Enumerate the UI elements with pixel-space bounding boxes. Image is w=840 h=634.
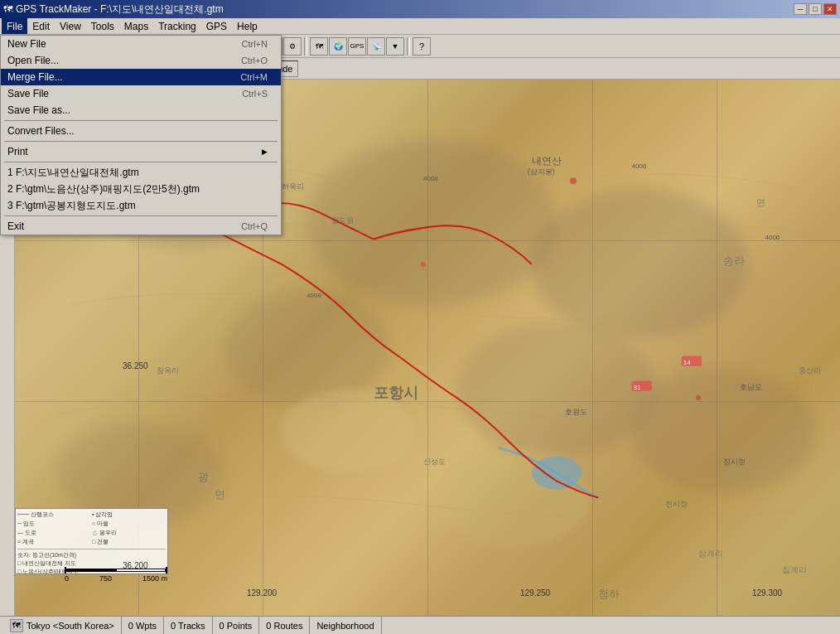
- menu-print[interactable]: Print: [1, 143, 281, 160]
- properties-button[interactable]: ⚙: [283, 37, 302, 56]
- menu-new-file[interactable]: New File Ctrl+N: [1, 36, 281, 52]
- status-waypoints: 0 Wpts: [122, 617, 164, 634]
- coord-lon-250: 129.250: [520, 588, 550, 598]
- menu-recent-2[interactable]: 2 F:\gtm\노음산(상주)매핑지도(2만5천).gtm: [1, 181, 281, 197]
- status-neighborhood: Neighborhood: [310, 617, 381, 634]
- minimize-button[interactable]: ─: [794, 3, 807, 15]
- menu-recent-3[interactable]: 3 F:\gtm\공봉지형도지도.gtm: [1, 197, 281, 214]
- svg-text:전시정: 전시정: [665, 500, 688, 508]
- svg-text:광: 광: [198, 471, 209, 483]
- menu-recent-1[interactable]: 1 F:\지도\내연산일대전체.gtm: [1, 164, 281, 181]
- menu-file[interactable]: File: [2, 18, 27, 34]
- menu-help[interactable]: Help: [232, 18, 263, 34]
- gps-status-icon: 🗺: [10, 619, 23, 632]
- svg-point-9: [532, 456, 582, 489]
- menu-view[interactable]: View: [55, 18, 86, 34]
- svg-text:4008: 4008: [307, 292, 321, 299]
- map-button4[interactable]: 📡: [367, 37, 385, 56]
- status-bar: 🗺 Tokyo <South Korea> 0 Wpts 0 Tracks 0 …: [0, 616, 840, 634]
- svg-point-8: [440, 448, 590, 548]
- separator-4: [4, 215, 278, 216]
- svg-text:칠계리: 칠계리: [782, 565, 807, 574]
- coord-lat-200: 36.200: [123, 561, 148, 570]
- title-bar-controls: ─ □ ✕: [794, 3, 837, 15]
- svg-text:정시정: 정시정: [723, 457, 746, 466]
- svg-text:삼계리: 삼계리: [698, 549, 723, 558]
- status-icon-area: 🗺 Tokyo <South Korea>: [3, 617, 122, 634]
- svg-text:4006: 4006: [631, 162, 646, 170]
- svg-text:면: 면: [756, 197, 765, 207]
- svg-text:(삼지봉): (삼지봉): [528, 167, 555, 176]
- scale-label-1500: 1500 m: [142, 574, 167, 583]
- svg-text:청하: 청하: [598, 588, 620, 600]
- menu-tools[interactable]: Tools: [86, 18, 119, 34]
- separator-1: [4, 120, 278, 121]
- svg-text:호남도: 호남도: [740, 383, 762, 391]
- svg-text:송라: 송라: [723, 254, 745, 267]
- svg-point-3: [224, 289, 390, 406]
- status-routes: 0 Routes: [259, 617, 310, 634]
- separator4: [407, 37, 410, 56]
- menu-bar: File Edit View Tools Maps Tracking GPS H…: [0, 18, 840, 35]
- dropdown-arrow-button[interactable]: ▼: [386, 37, 404, 56]
- svg-text:내연산: 내연산: [532, 155, 562, 167]
- menu-maps[interactable]: Maps: [119, 18, 153, 34]
- status-points: 0 Points: [213, 617, 260, 634]
- status-location: Tokyo <South Korea>: [27, 621, 114, 631]
- maximize-button[interactable]: □: [809, 3, 822, 15]
- coord-lon-300: 129.300: [752, 588, 782, 598]
- menu-save-file[interactable]: Save File Ctrl+S: [1, 85, 281, 102]
- status-tracks: 0 Tracks: [164, 617, 213, 634]
- svg-text:31: 31: [633, 384, 640, 391]
- svg-point-1: [307, 139, 557, 306]
- svg-text:4008: 4008: [423, 175, 438, 182]
- coord-lat-250: 36.250: [123, 361, 148, 370]
- menu-open-file[interactable]: Open File... Ctrl+O: [1, 52, 281, 69]
- separator3: [304, 37, 307, 56]
- svg-text:14: 14: [683, 359, 691, 366]
- svg-text:포항시: 포항시: [374, 385, 418, 401]
- menu-convert-files[interactable]: Convert Files...: [1, 123, 281, 139]
- menu-tracking[interactable]: Tracking: [153, 18, 201, 34]
- svg-point-41: [421, 262, 426, 267]
- scale-label-0: 0: [65, 574, 69, 583]
- coord-lon-200: 129.200: [247, 588, 277, 598]
- menu-save-file-as[interactable]: Save File as...: [1, 102, 281, 119]
- map-button1[interactable]: 🗺: [310, 37, 328, 56]
- menu-edit[interactable]: Edit: [27, 18, 55, 34]
- separator-2: [4, 141, 278, 142]
- svg-text:면: 면: [215, 488, 225, 501]
- map-button3[interactable]: GPS: [348, 37, 366, 56]
- svg-rect-37: [682, 356, 702, 366]
- menu-merge-file[interactable]: Merge File... Ctrl+M: [1, 69, 281, 85]
- map-tools: 🗺 🌍 GPS 📡 ▼: [310, 37, 404, 56]
- file-menu: New File Ctrl+N Open File... Ctrl+O Merg…: [0, 35, 282, 235]
- svg-point-40: [696, 395, 701, 400]
- scale-label-750: 750: [99, 574, 112, 583]
- title-bar-text: GPS TrackMaker - F:\지도\내연산일대전체.gtm: [16, 2, 224, 17]
- svg-text:호원도: 호원도: [565, 408, 587, 416]
- svg-point-4: [456, 322, 656, 456]
- menu-gps[interactable]: GPS: [201, 18, 232, 34]
- title-bar: 🗺 GPS TrackMaker - F:\지도\내연산일대전체.gtm ─ □…: [0, 0, 840, 18]
- svg-text:참옥리: 참옥리: [157, 366, 179, 375]
- svg-point-39: [570, 177, 577, 184]
- svg-text:중산리: 중산리: [799, 366, 821, 375]
- close-button[interactable]: ✕: [823, 3, 837, 15]
- help-button[interactable]: ?: [413, 37, 431, 56]
- separator-3: [4, 162, 278, 162]
- svg-point-6: [631, 369, 814, 494]
- scale-bar: 0 750 1500 m: [65, 567, 167, 583]
- svg-text:향도원: 향도원: [331, 216, 354, 225]
- svg-rect-35: [631, 381, 651, 391]
- svg-text:하옥리: 하옥리: [282, 182, 304, 191]
- map-button2[interactable]: 🌍: [329, 37, 347, 56]
- menu-exit[interactable]: Exit Ctrl+Q: [1, 218, 281, 235]
